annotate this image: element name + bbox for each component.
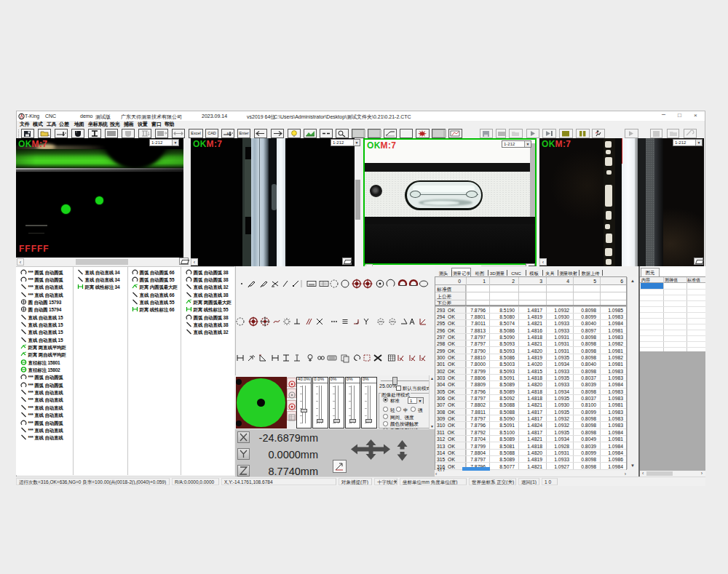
- svg-text:....: ....: [653, 134, 656, 137]
